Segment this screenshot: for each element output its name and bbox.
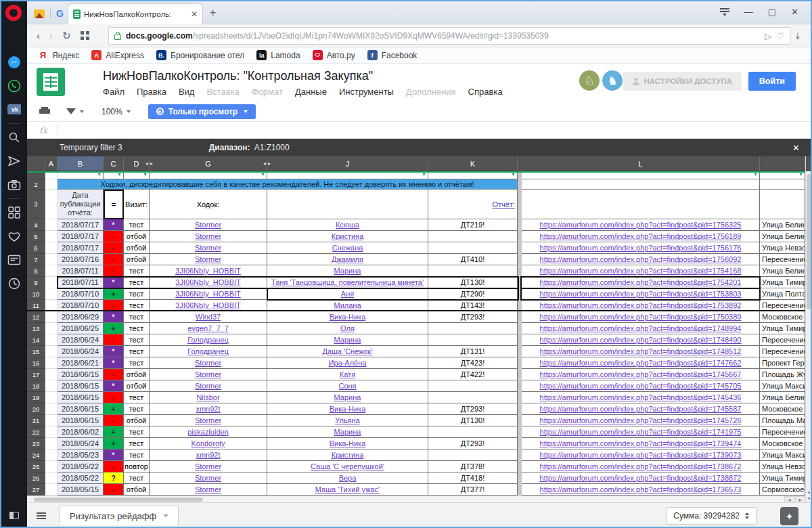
person-cell[interactable]: Таня 'Танцовщица, повелительница минета' — [267, 277, 428, 288]
filter-funnel-icon[interactable]: ▼ — [261, 172, 265, 177]
person-cell[interactable]: Марина — [267, 334, 428, 346]
person-cell[interactable]: Маша 'Тихий ужас' — [267, 484, 428, 496]
report-url-cell[interactable]: https://amurforum.com/index.php?act=find… — [522, 392, 760, 403]
walker-cell[interactable]: Wind37 — [150, 311, 267, 323]
person-cell[interactable]: Вика-Ника — [267, 438, 428, 449]
messenger-icon[interactable] — [7, 56, 21, 69]
address-cell[interactable]: Пересечение — [760, 254, 805, 265]
news-icon[interactable] — [7, 253, 21, 267]
date-cell[interactable]: 2018/07/17 — [58, 242, 104, 254]
visit-cell[interactable]: отбой — [124, 484, 150, 496]
menu-Вид[interactable]: Вид — [179, 87, 195, 97]
report-url-link[interactable]: https://amurforum.com/index.php?act=find… — [540, 382, 742, 390]
date-cell[interactable]: 2018/06/24 — [58, 346, 104, 357]
report-header-cell[interactable]: Отчёт: — [428, 190, 518, 219]
filter-funnel-icon[interactable]: ▼ — [117, 172, 122, 177]
whatsapp-icon[interactable] — [7, 79, 21, 93]
person-link[interactable]: Вера — [339, 474, 357, 482]
report-url-cell[interactable]: https://amurforum.com/index.php?act=find… — [522, 311, 760, 323]
date-cell[interactable]: 2018/05/23 — [58, 449, 104, 461]
address-cell[interactable]: Улица Макси — [760, 449, 805, 461]
date-cell[interactable]: 2018/07/11 — [58, 277, 104, 288]
walker-cell[interactable]: Голодранец — [150, 334, 267, 346]
report-url-cell[interactable]: https://amurforum.com/index.php?act=find… — [522, 242, 760, 254]
person-cell[interactable]: Ульяна — [267, 415, 428, 426]
address-cell[interactable]: Улица Тимир — [760, 323, 805, 334]
walker-cell[interactable]: Stormer — [150, 242, 267, 254]
address-cell[interactable]: Улица Макси — [760, 380, 805, 392]
address-cell[interactable]: Площадь Жу — [760, 369, 805, 380]
mark-cell[interactable]: + — [104, 288, 124, 300]
report-url-link[interactable]: https://amurforum.com/index.php?act=find… — [540, 255, 742, 263]
explore-button[interactable]: ✦ — [780, 507, 798, 525]
report-url-cell[interactable]: https://amurforum.com/index.php?act=find… — [522, 438, 760, 449]
row-header-corner[interactable] — [27, 156, 45, 171]
row-number[interactable]: 24 — [27, 449, 45, 461]
walker-cell[interactable]: Stormer — [150, 254, 267, 265]
tab-menu-icon[interactable] — [720, 8, 729, 16]
date-cell[interactable]: 2018/06/15 — [58, 403, 104, 415]
date-cell[interactable]: 2018/07/17 — [58, 219, 104, 231]
date-cell[interactable]: 2018/06/24 — [58, 334, 104, 346]
menu-Данные[interactable]: Данные — [295, 87, 327, 97]
row-number[interactable]: 12 — [27, 311, 45, 323]
date-cell[interactable]: 2018/05/15 — [58, 484, 104, 496]
walker-cell[interactable]: Stormer — [150, 219, 267, 231]
row-number[interactable]: 5 — [27, 231, 45, 242]
cell[interactable] — [45, 484, 58, 496]
dt-cell[interactable]: ДТ290! — [428, 288, 518, 300]
walker-cell[interactable]: Stormer — [150, 472, 267, 484]
walker-link[interactable]: Stormer — [195, 370, 221, 378]
menu-Вставка[interactable]: Вставка — [206, 87, 239, 97]
walker-cell[interactable]: Stormer — [150, 380, 267, 392]
date-cell[interactable]: 2018/07/11 — [58, 265, 104, 277]
column-header-A[interactable]: A — [45, 156, 58, 171]
cell[interactable] — [45, 438, 58, 449]
person-cell[interactable]: Ксюша — [267, 219, 428, 231]
column-header-hidden[interactable] — [760, 156, 805, 171]
report-url-cell[interactable]: https://amurforum.com/index.php?act=find… — [522, 334, 760, 346]
visit-cell[interactable]: отбой — [124, 242, 150, 254]
address-cell[interactable]: Пересечение — [760, 346, 805, 357]
mark-cell[interactable]: * — [104, 277, 124, 288]
visit-cell[interactable]: тест — [124, 392, 150, 403]
dt-cell[interactable]: ДТ130! — [428, 415, 518, 426]
expand-columns-icon[interactable]: ▸ — [268, 160, 271, 167]
walker-link[interactable]: Stormer — [195, 474, 221, 482]
sheet-tab[interactable]: Ризультатэ рейдафф — [60, 506, 179, 525]
walker-link[interactable]: Stormer — [195, 462, 221, 470]
person-cell[interactable]: Вика-Ника — [267, 403, 428, 415]
visit-cell[interactable]: тест — [124, 426, 150, 438]
mark-cell[interactable]: + — [104, 323, 124, 334]
cell[interactable] — [45, 392, 58, 403]
mark-cell[interactable]: * — [104, 449, 124, 461]
date-cell[interactable]: 2018/06/25 — [58, 323, 104, 334]
walker-link[interactable]: 3JI06NbIy_HOBBIT — [175, 290, 241, 298]
person-link[interactable]: Марина — [334, 267, 361, 275]
walker-link[interactable]: Stormer — [195, 221, 221, 229]
mark-cell[interactable]: * — [104, 311, 124, 323]
walker-cell[interactable]: xmn92t — [150, 403, 267, 415]
dt-cell[interactable]: ДТ293! — [428, 311, 518, 323]
report-url-cell[interactable]: https://amurforum.com/index.php?act=find… — [522, 484, 760, 496]
visit-cell[interactable]: отбой — [124, 231, 150, 242]
row-number[interactable]: 10 — [27, 288, 45, 300]
mark-cell[interactable]: - — [104, 265, 124, 277]
cell[interactable] — [45, 190, 58, 219]
report-url-link[interactable]: https://amurforum.com/index.php?act=find… — [540, 244, 742, 252]
dt-cell[interactable] — [428, 449, 518, 461]
cell[interactable] — [45, 179, 58, 190]
cell[interactable] — [45, 380, 58, 392]
person-link[interactable]: Ира-Алёна — [329, 359, 367, 367]
person-link[interactable]: Маша 'Тихий ужас' — [315, 485, 380, 493]
report-url-link[interactable]: https://amurforum.com/index.php?act=find… — [540, 290, 742, 298]
address-cell[interactable]: Площадь Ма — [760, 415, 805, 426]
person-link[interactable]: Аня — [341, 290, 354, 298]
cell[interactable] — [45, 426, 58, 438]
row-number[interactable]: 26 — [27, 472, 45, 484]
cell[interactable] — [760, 179, 805, 190]
person-link[interactable]: Вика-Ника — [330, 439, 366, 447]
report-url-cell[interactable]: https://amurforum.com/index.php?act=find… — [522, 380, 760, 392]
visit-cell[interactable]: тест — [124, 277, 150, 288]
column-header-J[interactable]: J▸ — [267, 156, 428, 171]
